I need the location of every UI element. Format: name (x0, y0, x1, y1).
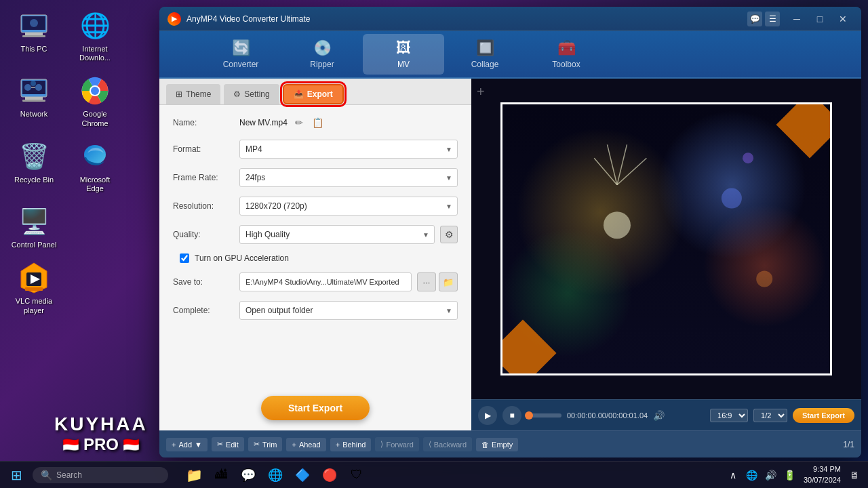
name-edit-button[interactable]: ✏ (292, 115, 307, 130)
recycle-bin-icon: 🗑️ (18, 140, 50, 173)
gpu-checkbox[interactable] (180, 253, 189, 263)
edit-button[interactable]: ✂ Edit (212, 437, 244, 451)
internet-download-icon: 🌐 (79, 9, 111, 42)
google-chrome-icon (79, 75, 111, 107)
empty-button[interactable]: 🗑 Empty (476, 438, 518, 451)
trim-icon: ✂ (254, 440, 260, 449)
aspect-select[interactable]: 16:9 4:3 1:1 (710, 409, 748, 422)
resolution-select[interactable]: 868x488 (720p) 1920x1080 (1080p) 3840x2… (239, 197, 458, 216)
desktop-icons: This PC 🌐 InternetDownlo... Netw (7, 7, 122, 318)
control-panel-label: Control Panel (12, 241, 57, 249)
clip-select[interactable]: 1/2 2/2 (753, 409, 787, 422)
ahead-button[interactable]: + Ahead (286, 438, 326, 451)
chat-icon[interactable]: 💬 (747, 12, 762, 26)
format-row: Format: MP4 AVI MOV MKV ▼ (173, 140, 458, 159)
this-pc-label: This PC (20, 45, 47, 54)
quality-select[interactable]: High Quality Medium Quality Low Quality (239, 225, 435, 244)
tray-battery-icon[interactable]: 🔋 (782, 467, 798, 483)
svg-line-24 (617, 145, 627, 185)
tab-collage[interactable]: 🔲 Collage (444, 34, 526, 75)
close-button[interactable]: ✕ (833, 12, 853, 26)
backward-button[interactable]: ⟨ Backward (423, 437, 472, 451)
vlc-icon (18, 262, 50, 294)
trim-button[interactable]: ✂ Trim (248, 437, 283, 451)
play-button[interactable]: ▶ (478, 406, 497, 425)
taskbar-security-icon[interactable]: 🔴 (317, 463, 342, 487)
desktop-icon-vlc[interactable]: VLC mediaplayer (7, 259, 61, 317)
taskbar-shield-icon[interactable]: 🛡 (344, 463, 369, 487)
stop-button[interactable]: ■ (502, 406, 521, 425)
sub-tabs: ⊞ Theme ⚙ Setting 📤 Export (159, 79, 471, 105)
network-icon (18, 75, 50, 107)
time-display-taskbar: 9:34 PM (804, 464, 841, 474)
taskbar-chrome-icon[interactable]: 🌐 (263, 463, 288, 487)
progress-thumb (525, 411, 533, 420)
time-display: 00:00:00.00/00:00:01.04 (567, 411, 648, 420)
app-title: AnyMP4 Video Converter Ultimate (186, 14, 747, 24)
start-export-button-right[interactable]: Start Export (793, 408, 854, 423)
app-logo: ▶ (167, 12, 181, 26)
name-row: Name: New MV.mp4 ✏ 📋 (173, 115, 458, 130)
complete-label: Complete: (173, 306, 234, 315)
tray-expand-icon[interactable]: ∧ (725, 467, 741, 483)
tab-mv[interactable]: 🖼 MV (363, 34, 444, 75)
search-input[interactable] (56, 470, 158, 480)
quality-row: Quality: High Quality Medium Quality Low… (173, 225, 458, 244)
tab-converter[interactable]: 🔄 Converter (200, 34, 281, 75)
behind-button[interactable]: + Behind (330, 438, 372, 451)
sub-tab-setting[interactable]: ⚙ Setting (224, 84, 279, 104)
format-select[interactable]: MP4 AVI MOV MKV (239, 140, 458, 159)
start-button[interactable]: ⊞ (5, 464, 27, 486)
taskbar-whatsapp-icon[interactable]: 💬 (236, 463, 260, 487)
svg-point-9 (24, 84, 31, 91)
desktop-icon-control-panel[interactable]: 🖥️ Control Panel (7, 203, 61, 252)
volume-icon[interactable]: 🔊 (653, 410, 665, 421)
progress-bar[interactable] (527, 413, 561, 418)
taskbar-explorer-icon[interactable]: 📁 (182, 463, 206, 487)
desktop-icon-recycle-bin[interactable]: 🗑️ Recycle Bin (7, 138, 61, 196)
maximize-button[interactable]: □ (810, 12, 830, 26)
trash-icon: 🗑 (481, 441, 489, 449)
svg-rect-7 (25, 97, 43, 100)
complete-select[interactable]: Open output folder Do nothing Shutdown (239, 301, 458, 320)
taskbar-edge-icon[interactable]: 🔷 (290, 463, 315, 487)
add-media-button[interactable]: + (477, 84, 485, 100)
saveto-browse-button[interactable]: ··· (417, 272, 436, 291)
framerate-select-wrapper: 24fps 30fps 60fps ▼ (239, 168, 458, 187)
menu-icon[interactable]: ☰ (765, 12, 780, 26)
tray-volume-icon[interactable]: 🔊 (763, 467, 779, 483)
start-export-area: Start Export (159, 386, 471, 430)
tray-network-tray-icon[interactable]: 🌐 (744, 467, 760, 483)
minimize-button[interactable]: ─ (787, 12, 807, 26)
start-export-button[interactable]: Start Export (261, 396, 370, 420)
framerate-select[interactable]: 24fps 30fps 60fps (239, 168, 458, 187)
watermark: KUYHAA 🇮🇩 PRO 🇮🇩 (54, 413, 148, 454)
forward-button[interactable]: ⟩ Forward (375, 437, 418, 451)
framerate-label: Frame Rate: (173, 173, 234, 182)
sub-tab-theme[interactable]: ⊞ Theme (166, 84, 220, 104)
sub-tab-export[interactable]: 📤 Export (283, 84, 344, 104)
saveto-row: Save to: E:\AnyMP4 Studio\Any...Ultimate… (173, 272, 458, 291)
edit-icon: ✂ (217, 440, 223, 449)
svg-point-22 (604, 212, 631, 239)
desktop-icon-this-pc[interactable]: This PC (7, 7, 61, 65)
tab-ripper[interactable]: 💿 Ripper (281, 34, 363, 75)
name-copy-button[interactable]: 📋 (311, 115, 326, 130)
tray-notification-icon[interactable]: 🖥 (846, 467, 863, 483)
desktop-icon-internet-download[interactable]: 🌐 InternetDownlo... (68, 7, 122, 65)
ripper-label: Ripper (310, 60, 334, 69)
tab-toolbox[interactable]: 🧰 Toolbox (526, 34, 607, 75)
name-value-group: New MV.mp4 ✏ 📋 (239, 115, 458, 130)
timeline-area: + Add ▼ ✂ Edit ✂ Trim + Ahead + Behind ⟩… (159, 430, 861, 458)
desktop-icon-google-chrome[interactable]: GoogleChrome (68, 72, 122, 130)
mv-label: MV (397, 60, 410, 69)
taskbar-city-icon[interactable]: 🏙 (209, 463, 233, 487)
add-button[interactable]: + Add ▼ (166, 438, 208, 451)
saveto-folder-button[interactable]: 📁 (439, 272, 458, 291)
desktop-icon-network[interactable]: Network (7, 72, 61, 130)
desktop-icon-microsoft-edge[interactable]: MicrosoftEdge (68, 138, 122, 196)
quality-settings-button[interactable]: ⚙ (440, 226, 458, 243)
complete-row: Complete: Open output folder Do nothing … (173, 301, 458, 320)
quality-select-wrapper: High Quality Medium Quality Low Quality … (239, 225, 435, 244)
internet-download-label: InternetDownlo... (79, 45, 111, 62)
